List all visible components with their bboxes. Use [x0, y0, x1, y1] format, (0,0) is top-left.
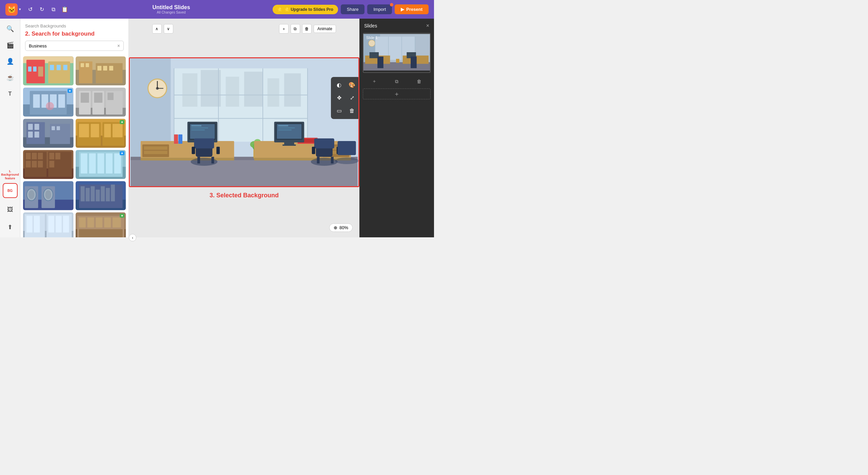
svg-rect-105 [87, 217, 94, 227]
copy-button[interactable]: ⧉ [48, 4, 58, 15]
layers-tool-button[interactable]: ▭ [334, 105, 344, 116]
sidebar-coffee-button[interactable]: ☕ [3, 70, 18, 85]
svg-rect-63 [49, 153, 54, 159]
slide-frame[interactable]: ◐ 🎨 ✥ ⤢ ▭ 🗑 [129, 57, 359, 187]
duplicate-button[interactable]: ⧉ [291, 24, 300, 34]
document-title[interactable]: Untitled Slides [74, 4, 269, 11]
move-up-button[interactable]: ∧ [152, 24, 162, 34]
background-thumb-4[interactable] [76, 87, 126, 117]
svg-rect-138 [178, 134, 182, 144]
svg-rect-72 [106, 153, 113, 173]
svg-point-78 [28, 190, 35, 199]
svg-rect-7 [50, 65, 54, 70]
svg-rect-5 [38, 66, 43, 77]
add-slide-action-button[interactable]: ＋ [372, 78, 377, 84]
search-clear-button[interactable]: × [117, 43, 120, 48]
app-header: 🐱 ▾ ↺ ↻ ⧉ 📋 Untitled Slides All Changes … [0, 0, 434, 19]
canvas-area: ∧ ∨ ＋ ⧉ 🗑 Animate [129, 19, 359, 237]
background-thumb-5[interactable] [23, 119, 74, 148]
sidebar-search-button[interactable]: 🔍 [3, 21, 18, 36]
svg-rect-44 [57, 126, 60, 130]
background-thumb-11[interactable] [23, 212, 74, 237]
logo-icon: 🐱 [5, 3, 18, 16]
title-area: Untitled Slides All Changes Saved [74, 4, 269, 14]
svg-rect-96 [34, 216, 40, 233]
step1-label: 1. Backgroundfeature [1, 170, 19, 180]
background-thumb-3[interactable]: ★ [23, 87, 74, 117]
svg-rect-86 [85, 188, 90, 201]
background-thumb-12[interactable]: ★ [76, 212, 126, 237]
delete-tool-button[interactable]: 🗑 [347, 105, 357, 116]
svg-rect-106 [96, 217, 102, 227]
svg-rect-133 [141, 158, 234, 160]
import-button[interactable]: Import [367, 4, 392, 14]
delete-element-button[interactable]: 🗑 [302, 24, 312, 34]
filter-tool-button[interactable]: ◐ [334, 80, 344, 91]
undo-button[interactable]: ↺ [25, 4, 35, 15]
selected-background-label: 3. Selected Background [210, 192, 279, 199]
slides-panel: Slides × Slid [359, 19, 434, 237]
paste-button[interactable]: 📋 [60, 4, 70, 15]
sidebar-text-button[interactable]: T [3, 86, 18, 101]
office-scene [130, 58, 358, 186]
star-icon: ⭐ [277, 7, 282, 12]
svg-rect-34 [107, 93, 114, 100]
redo-button[interactable]: ↻ [37, 4, 47, 15]
sidebar-character-button[interactable]: 👤 [3, 54, 18, 69]
zoom-bar[interactable]: ⊕ 80% [329, 223, 353, 232]
share-button[interactable]: Share [341, 4, 365, 14]
left-sidebar: 🔍 🎬 👤 ☕ T 1. Backgroundfeature BG 🖼 ⬆ [0, 19, 20, 237]
svg-rect-180 [331, 157, 334, 163]
background-thumb-8[interactable]: ★ [76, 150, 126, 179]
svg-rect-43 [52, 126, 55, 130]
duplicate-slide-button[interactable]: ⧉ [395, 78, 398, 84]
sidebar-images-button[interactable]: 🖼 [3, 202, 18, 217]
palette-tool-button[interactable]: 🎨 [347, 80, 357, 91]
svg-rect-152 [197, 157, 200, 163]
background-thumb-6[interactable]: ★ [76, 119, 126, 148]
svg-rect-173 [278, 129, 291, 130]
resize-tool-button[interactable]: ⤢ [347, 93, 357, 103]
move-tool-button[interactable]: ✥ [334, 93, 344, 103]
svg-rect-179 [317, 157, 320, 163]
bg-feature-label: 1. Backgroundfeature [0, 170, 22, 182]
background-thumb-1[interactable] [23, 56, 74, 85]
svg-rect-196 [377, 57, 383, 68]
svg-rect-30 [80, 93, 89, 103]
svg-rect-136 [144, 151, 167, 154]
svg-rect-137 [174, 134, 178, 144]
present-button[interactable]: ▶ Present [395, 4, 429, 14]
svg-rect-9 [63, 65, 67, 70]
sidebar-media-button[interactable]: 🎬 [3, 38, 18, 53]
delete-slide-button[interactable]: 🗑 [417, 78, 421, 84]
add-new-slide-button[interactable]: ＋ [363, 88, 431, 99]
svg-rect-22 [33, 94, 40, 108]
sidebar-upload-button[interactable]: ⬆ [3, 220, 18, 235]
background-thumb-7[interactable] [23, 150, 74, 179]
add-element-button[interactable]: ＋ [279, 24, 289, 34]
slide-1-thumbnail[interactable]: Slide 1 [363, 33, 431, 73]
search-input[interactable] [29, 43, 115, 48]
animate-button[interactable]: Animate [314, 25, 336, 33]
svg-rect-65 [49, 161, 54, 167]
svg-rect-39 [35, 124, 39, 130]
panel-title: Search Backgrounds [25, 23, 124, 28]
svg-rect-129 [284, 73, 301, 106]
svg-rect-177 [312, 146, 315, 154]
logo[interactable]: 🐱 ▾ [5, 3, 21, 16]
background-thumb-10[interactable] [76, 181, 126, 210]
svg-rect-135 [144, 146, 167, 150]
close-slides-panel-button[interactable]: × [426, 23, 429, 29]
background-thumb-9[interactable] [23, 181, 74, 210]
svg-rect-70 [89, 153, 96, 173]
move-down-button[interactable]: ∨ [164, 24, 173, 34]
svg-rect-145 [191, 127, 208, 128]
svg-rect-25 [58, 94, 65, 108]
background-thumb-2[interactable] [76, 56, 126, 85]
upgrade-button[interactable]: ⭐ ⭐ Upgrade to Slides Pro [273, 5, 338, 14]
svg-rect-181 [338, 141, 356, 155]
background-feature-button[interactable]: BG [3, 183, 18, 198]
svg-rect-32 [94, 93, 102, 103]
svg-rect-89 [101, 186, 105, 201]
svg-rect-64 [55, 153, 60, 159]
